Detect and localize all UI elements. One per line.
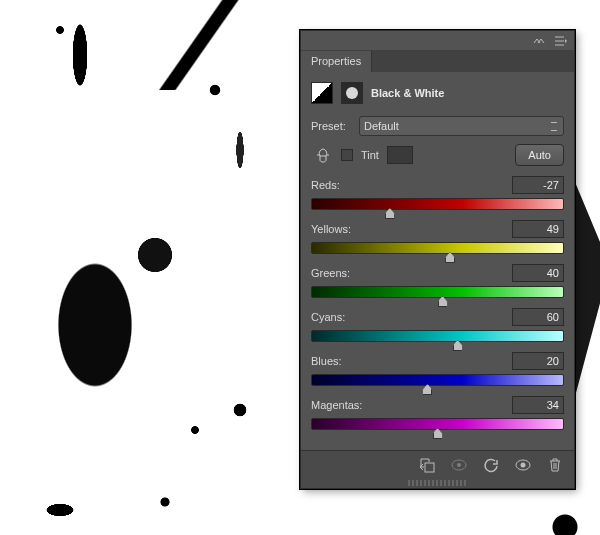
slider-track-cyans[interactable] <box>311 330 564 342</box>
layer-mask-icon[interactable] <box>341 82 363 104</box>
view-previous-state-icon[interactable] <box>450 456 468 474</box>
delete-icon[interactable] <box>546 456 564 474</box>
slider-track-reds[interactable] <box>311 198 564 210</box>
slider-label-cyans: Cyans: <box>311 311 345 323</box>
slider-track-yellows[interactable] <box>311 242 564 254</box>
slider-value-greens[interactable] <box>512 264 564 282</box>
reset-icon[interactable] <box>482 456 500 474</box>
sliders-group: Reds:Yellows:Greens:Cyans:Blues:Magentas… <box>311 176 564 430</box>
slider-label-magentas: Magentas: <box>311 399 362 411</box>
panel-menu-icon[interactable] <box>554 34 568 48</box>
slider-greens: Greens: <box>311 264 564 298</box>
slider-blues: Blues: <box>311 352 564 386</box>
slider-thumb-yellows[interactable] <box>445 252 455 263</box>
toggle-visibility-icon[interactable] <box>514 456 532 474</box>
svg-point-4 <box>521 462 526 467</box>
tab-properties[interactable]: Properties <box>301 51 372 72</box>
slider-value-reds[interactable] <box>512 176 564 194</box>
panel-titlebar <box>301 31 574 51</box>
adjustment-type-row: Black & White <box>311 78 564 112</box>
svg-point-2 <box>457 463 461 467</box>
panel-footer <box>301 450 574 478</box>
properties-panel: Properties Black & White Preset: Default… <box>300 30 575 489</box>
slider-thumb-greens[interactable] <box>438 296 448 307</box>
slider-value-blues[interactable] <box>512 352 564 370</box>
slider-label-blues: Blues: <box>311 355 342 367</box>
black-white-adjustment-icon[interactable] <box>311 82 333 104</box>
collapse-icon[interactable] <box>532 34 546 48</box>
tint-checkbox[interactable] <box>341 149 353 161</box>
panel-tabs: Properties <box>301 51 574 72</box>
targeted-adjustment-icon[interactable] <box>313 147 333 163</box>
slider-yellows: Yellows: <box>311 220 564 254</box>
slider-thumb-blues[interactable] <box>422 384 432 395</box>
slider-value-cyans[interactable] <box>512 308 564 326</box>
slider-magentas: Magentas: <box>311 396 564 430</box>
slider-label-reds: Reds: <box>311 179 340 191</box>
preset-row: Preset: Default <box>311 116 564 136</box>
slider-cyans: Cyans: <box>311 308 564 342</box>
slider-value-yellows[interactable] <box>512 220 564 238</box>
slider-thumb-cyans[interactable] <box>453 340 463 351</box>
tint-row: Tint Auto <box>311 144 564 166</box>
clip-to-layer-icon[interactable] <box>418 456 436 474</box>
slider-label-greens: Greens: <box>311 267 350 279</box>
tint-color-swatch[interactable] <box>387 146 413 164</box>
slider-value-magentas[interactable] <box>512 396 564 414</box>
slider-thumb-magentas[interactable] <box>433 428 443 439</box>
panel-resize-grip[interactable] <box>301 478 574 488</box>
slider-track-greens[interactable] <box>311 286 564 298</box>
panel-body: Black & White Preset: Default Tint Auto … <box>301 72 574 450</box>
slider-thumb-reds[interactable] <box>385 208 395 219</box>
slider-reds: Reds: <box>311 176 564 210</box>
slider-label-yellows: Yellows: <box>311 223 351 235</box>
slider-track-magentas[interactable] <box>311 418 564 430</box>
adjustment-name: Black & White <box>371 87 444 99</box>
preset-select[interactable]: Default <box>359 116 564 136</box>
slider-track-blues[interactable] <box>311 374 564 386</box>
tint-label: Tint <box>361 149 379 161</box>
auto-button[interactable]: Auto <box>515 144 564 166</box>
preset-label: Preset: <box>311 120 353 132</box>
svg-rect-0 <box>425 463 434 472</box>
